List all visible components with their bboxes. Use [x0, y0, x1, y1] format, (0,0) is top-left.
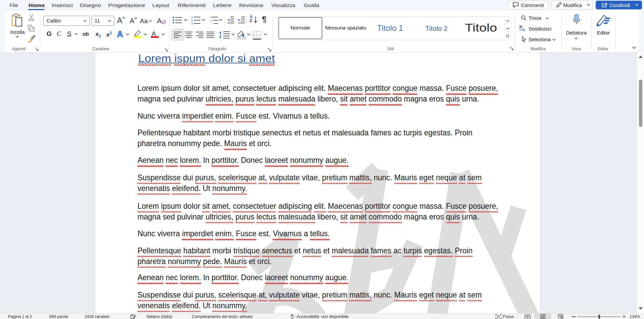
svg-text:1: 1 — [191, 15, 193, 19]
svg-text:1: 1 — [209, 16, 211, 19]
svg-text:?: ? — [293, 315, 295, 318]
svg-text:a: a — [210, 19, 212, 22]
svg-text:3: 3 — [191, 22, 193, 25]
svg-text:i: i — [212, 22, 212, 25]
